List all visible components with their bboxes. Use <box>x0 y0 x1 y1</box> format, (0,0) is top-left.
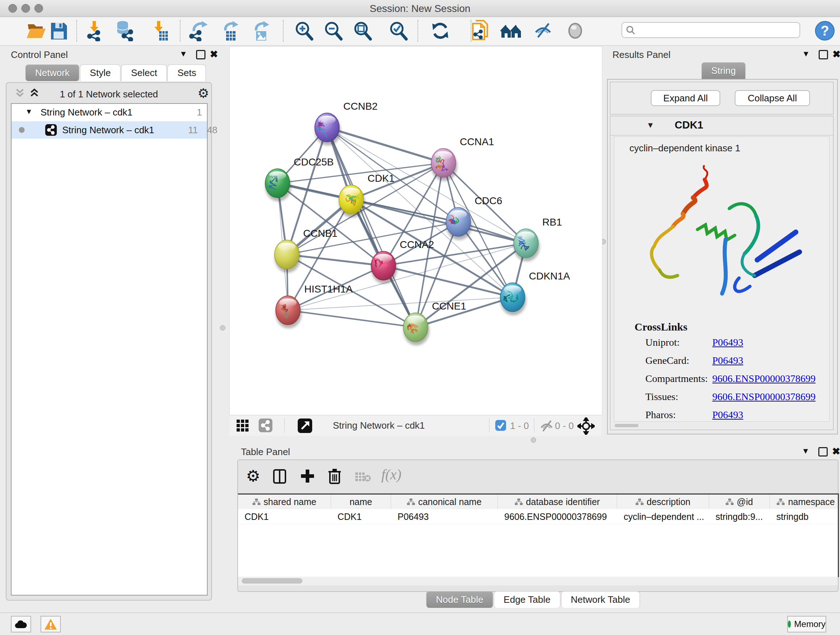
table-row[interactable]: CDK1CDK1P064939606.ENSP00000378699cyclin… <box>238 509 839 524</box>
grid-view-icon[interactable] <box>236 419 249 434</box>
open-file-icon[interactable] <box>25 19 48 43</box>
crosslink-value-link[interactable]: P06493 <box>712 355 744 366</box>
network-row-selected[interactable]: String Network – cdk1 11 48 <box>11 121 207 139</box>
import-network-database-icon[interactable] <box>114 19 137 43</box>
tab-select[interactable]: Select <box>121 65 167 81</box>
table-header-row: shared namenamecanonical namedatabase id… <box>238 494 839 509</box>
table-panel-close-icon[interactable]: ✖ <box>832 448 840 455</box>
network-collection-row[interactable]: ▼ String Network – cdk1 1 <box>11 104 207 120</box>
table-cell[interactable]: stringdb:9... <box>709 509 770 524</box>
table-cell[interactable]: CDK1 <box>331 509 391 524</box>
results-panel-close-icon[interactable]: ✖ <box>832 51 840 58</box>
fit-selected-crosshair-icon[interactable] <box>577 417 595 436</box>
table-hscrollbar-thumb[interactable] <box>242 578 302 584</box>
delete-table-icon[interactable] <box>355 471 371 484</box>
crosslink-row: Uniprot:P06493 <box>645 337 826 348</box>
export-image-icon[interactable] <box>249 19 273 43</box>
memory-button[interactable]: Memory <box>787 616 826 632</box>
open-in-window-icon[interactable] <box>297 418 313 435</box>
gene-section-header[interactable]: ▼ CDK1 <box>610 116 833 135</box>
search-input[interactable] <box>635 25 789 35</box>
search-field[interactable] <box>622 22 800 38</box>
network-canvas[interactable]: CCNB2CCNA1CDC25BCDK1CDC6RB1CCNB1CCNA2CDK… <box>229 46 602 416</box>
cloud-button[interactable] <box>11 616 31 632</box>
zoom-selected-icon[interactable] <box>387 19 410 43</box>
help-icon[interactable]: ? <box>815 21 835 42</box>
first-neighbors-icon[interactable] <box>500 19 523 43</box>
table-panel-menu-caret-icon[interactable]: ▼ <box>802 447 810 456</box>
gene-caret-icon[interactable]: ▼ <box>646 120 654 130</box>
crosslink-value-link[interactable]: 9606.ENSP00000378699 <box>712 391 815 402</box>
expand-all-button[interactable]: Expand All <box>651 90 720 106</box>
tab-node-table[interactable]: Node Table <box>426 591 493 608</box>
export-network-icon[interactable] <box>187 19 210 43</box>
table-hscrollbar-track[interactable] <box>238 577 838 585</box>
table-panel-float-icon[interactable] <box>818 447 828 456</box>
tab-edge-table[interactable]: Edge Table <box>494 591 561 608</box>
warnings-button[interactable] <box>41 616 61 632</box>
results-hscrollbar[interactable] <box>615 424 638 427</box>
results-panel-menu-caret-icon[interactable]: ▼ <box>802 49 810 59</box>
hidden-eye-icon[interactable] <box>539 419 555 434</box>
column-header-description[interactable]: description <box>617 494 709 509</box>
edge-CCNB1-CCNA2[interactable] <box>287 255 384 266</box>
column-header-canonical-name[interactable]: canonical name <box>391 494 498 509</box>
delete-columns-trash-icon[interactable] <box>328 468 341 486</box>
new-network-from-selection-icon[interactable] <box>469 19 492 43</box>
node-RB1[interactable]: RB1 <box>514 217 562 261</box>
table-cell[interactable]: P06493 <box>391 509 498 524</box>
crosslink-value-link[interactable]: 9606.ENSP00000378699 <box>712 373 815 385</box>
column-header-name[interactable]: name <box>331 494 391 509</box>
import-table-icon[interactable] <box>148 19 171 43</box>
network-options-gear-icon[interactable]: ⚙ <box>197 86 209 101</box>
save-session-icon[interactable] <box>47 19 70 43</box>
column-header-namespace[interactable]: namespace <box>770 494 839 509</box>
left-splitter-handle[interactable] <box>220 325 225 331</box>
table-cell[interactable]: CDK1 <box>238 509 331 524</box>
string-view-icon[interactable] <box>258 418 273 434</box>
node-label: CDC6 <box>475 195 502 206</box>
collapse-all-button[interactable]: Collapse All <box>735 90 810 106</box>
hide-selection-icon[interactable] <box>532 19 555 43</box>
tab-network[interactable]: Network <box>25 65 79 81</box>
edge-CCNB2-RB1[interactable] <box>327 127 526 243</box>
function-builder-icon[interactable]: f(x) <box>381 466 401 483</box>
show-all-icon[interactable] <box>564 19 587 43</box>
create-column-plus-icon[interactable] <box>300 469 315 485</box>
control-panel-float-icon[interactable] <box>196 50 205 59</box>
table-cell[interactable]: stringdb <box>770 509 839 524</box>
zoom-in-icon[interactable] <box>293 19 316 43</box>
bottom-splitter-handle[interactable] <box>531 437 536 443</box>
node-CCNA1[interactable]: CCNA1 <box>431 136 494 181</box>
control-panel-menu-caret-icon[interactable]: ▼ <box>180 49 187 59</box>
node-CDK1[interactable]: CDK1 <box>339 173 395 218</box>
selected-checkbox-icon[interactable] <box>495 420 507 432</box>
crosslink-value-link[interactable]: P06493 <box>712 337 744 348</box>
table-toolbar: ⚙ f(x) <box>238 460 838 493</box>
table-options-gear-icon[interactable]: ⚙ <box>246 467 260 485</box>
control-panel-close-icon[interactable]: ✖ <box>210 51 218 58</box>
edge-CCNB2-CCNA1[interactable] <box>327 127 444 163</box>
refresh-layout-icon[interactable] <box>429 19 452 43</box>
crosslink-value-link[interactable]: P06493 <box>712 409 744 421</box>
import-network-file-icon[interactable] <box>83 19 106 43</box>
tab-style[interactable]: Style <box>80 65 120 81</box>
table-cell[interactable]: cyclin–dependent ... <box>617 509 709 524</box>
collection-caret-icon[interactable]: ▼ <box>25 108 33 116</box>
zoom-fit-icon[interactable] <box>351 19 374 43</box>
zoom-out-icon[interactable] <box>322 19 345 43</box>
column-header-shared-name[interactable]: shared name <box>238 494 331 509</box>
results-panel-float-icon[interactable] <box>819 50 828 59</box>
column-header--id[interactable]: @id <box>709 494 770 509</box>
edge-CCNB2-CCNE1[interactable] <box>327 127 416 327</box>
tab-string[interactable]: String <box>701 62 745 79</box>
node-CCNE1[interactable]: CCNE1 <box>403 301 466 345</box>
show-columns-icon[interactable] <box>273 469 286 486</box>
table-cell[interactable]: 9606.ENSP00000378699 <box>498 509 617 524</box>
tab-network-table[interactable]: Network Table <box>561 591 640 608</box>
export-table-icon[interactable] <box>219 19 242 43</box>
edge-HIST1H1A-CCNE1[interactable] <box>288 310 416 327</box>
column-header-database-identifier[interactable]: database identifier <box>498 494 617 509</box>
tab-sets[interactable]: Sets <box>167 65 206 81</box>
node-CDKN1A[interactable]: CDKN1A <box>500 271 570 315</box>
